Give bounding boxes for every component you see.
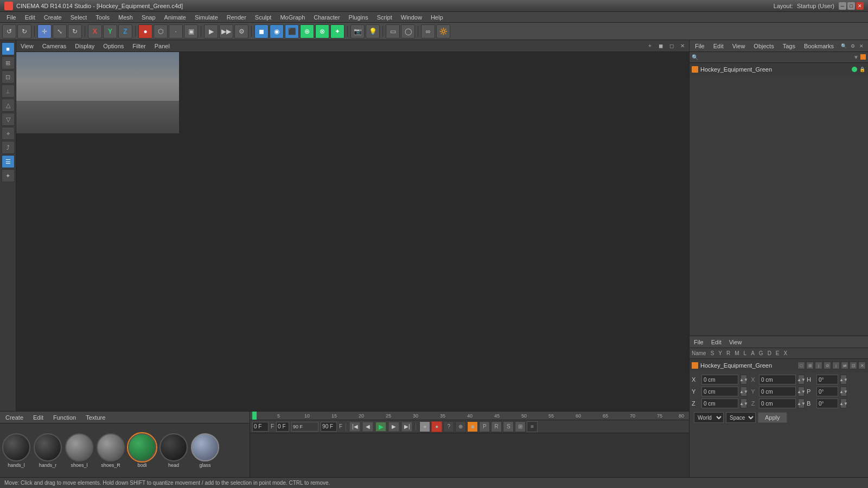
space-select[interactable]: Space bbox=[726, 412, 756, 423]
hair-btn[interactable]: 🔆 bbox=[436, 24, 450, 38]
pyramid2-side-btn[interactable]: ▽ bbox=[2, 113, 15, 126]
grid-side-btn[interactable]: ⊞ bbox=[2, 56, 15, 69]
coord-z-input[interactable] bbox=[701, 399, 738, 408]
mat-menu-edit[interactable]: Edit bbox=[30, 414, 47, 421]
attr-menu-file[interactable]: File bbox=[692, 338, 706, 346]
attr-icon-x[interactable]: ✕ bbox=[858, 362, 866, 369]
magnet-btn[interactable]: ∞ bbox=[421, 24, 435, 38]
object-mode-side-btn[interactable]: ■ bbox=[2, 42, 15, 55]
attr-menu-view[interactable]: View bbox=[727, 338, 744, 346]
rotate-tool-button[interactable]: ↻ bbox=[68, 24, 82, 38]
coord-y-spin[interactable]: ▲▼ bbox=[741, 387, 747, 396]
attr-icon-1[interactable]: □ bbox=[797, 362, 805, 369]
coord-y2-spin[interactable]: ▲▼ bbox=[798, 387, 805, 396]
help-btn[interactable]: ? bbox=[443, 421, 454, 432]
light-btn[interactable]: 💡 bbox=[366, 24, 380, 38]
tag-side-btn[interactable]: ✦ bbox=[2, 169, 15, 182]
keyframe-scl-btn[interactable]: S bbox=[503, 421, 514, 432]
coord-y2-input[interactable] bbox=[759, 387, 796, 396]
vp-menu-cameras[interactable]: Cameras bbox=[40, 42, 69, 50]
object-mode-btn[interactable]: ● bbox=[138, 24, 152, 38]
coord-b-input[interactable] bbox=[816, 399, 838, 408]
sky-btn[interactable]: ◯ bbox=[401, 24, 415, 38]
close-button[interactable]: ✕ bbox=[856, 2, 864, 10]
obj-visibility-dot[interactable] bbox=[852, 67, 857, 72]
render-btn[interactable]: ▶▶ bbox=[219, 24, 233, 38]
material-item-glass[interactable]: glass bbox=[191, 433, 219, 468]
array-btn[interactable]: ✦ bbox=[330, 24, 344, 38]
coord-h-spin[interactable]: ▲▼ bbox=[840, 375, 847, 384]
keyframe-pos-btn[interactable]: P bbox=[479, 421, 490, 432]
lasso-side-btn[interactable]: ⌖ bbox=[2, 127, 15, 140]
timeline-tracks[interactable] bbox=[250, 433, 689, 477]
material-sphere-shoes-r[interactable] bbox=[97, 433, 125, 461]
pyramid-side-btn[interactable]: △ bbox=[2, 99, 15, 112]
menu-animate[interactable]: Animate bbox=[160, 13, 190, 22]
undo-button[interactable]: ↺ bbox=[2, 24, 16, 38]
frame-current-input[interactable] bbox=[276, 422, 289, 432]
apply-button[interactable]: Apply bbox=[758, 412, 787, 423]
camera-btn[interactable]: 📷 bbox=[350, 24, 365, 38]
material-item-shoes-l[interactable]: shoes_l bbox=[65, 433, 93, 468]
coord-h-input[interactable] bbox=[816, 375, 838, 384]
menu-character[interactable]: Character bbox=[309, 13, 344, 22]
world-space-select[interactable]: World Object bbox=[694, 412, 724, 423]
record-btn[interactable]: ● bbox=[431, 421, 442, 432]
redo-button[interactable]: ↻ bbox=[17, 24, 31, 38]
attr-icon-7[interactable]: ⊡ bbox=[850, 362, 857, 369]
object-sphere-btn[interactable]: ◉ bbox=[270, 24, 284, 38]
menu-help[interactable]: Help bbox=[426, 13, 448, 22]
menu-render[interactable]: Render bbox=[222, 13, 251, 22]
x-axis-btn[interactable]: X bbox=[88, 24, 102, 38]
timeline-playhead[interactable] bbox=[252, 412, 257, 420]
mat-menu-texture[interactable]: Texture bbox=[82, 414, 108, 421]
menu-edit[interactable]: Edit bbox=[21, 13, 40, 22]
menu-create[interactable]: Create bbox=[40, 13, 66, 22]
keyframe-prm-btn[interactable]: ⊞ bbox=[515, 421, 526, 432]
attr-icon-6[interactable]: ⇄ bbox=[841, 362, 848, 369]
frame-end-input[interactable] bbox=[321, 422, 337, 432]
step-forward-btn[interactable]: ▶ bbox=[388, 422, 399, 432]
coord-p-spin[interactable]: ▲▼ bbox=[840, 387, 847, 396]
texture-side-btn[interactable]: ⊡ bbox=[2, 70, 15, 84]
menu-script[interactable]: Script bbox=[373, 13, 397, 22]
y-axis-btn[interactable]: Y bbox=[103, 24, 117, 38]
menu-file[interactable]: File bbox=[2, 13, 21, 22]
polygon-mode-btn[interactable]: ▣ bbox=[184, 24, 198, 38]
obj-menu-bookmarks[interactable]: Bookmarks bbox=[802, 42, 836, 50]
obj-lock-icon[interactable]: 🔒 bbox=[858, 66, 866, 73]
vp-menu-display[interactable]: Display bbox=[73, 42, 97, 50]
material-sphere-hands-l[interactable] bbox=[2, 433, 30, 461]
attr-icon-2[interactable]: ⊞ bbox=[806, 362, 814, 369]
skip-to-start-btn[interactable]: |◀ bbox=[349, 422, 360, 432]
deformer-btn[interactable]: ⊗ bbox=[315, 24, 329, 38]
z-axis-btn[interactable]: Z bbox=[118, 24, 132, 38]
keyframe-add-btn[interactable]: ⊕ bbox=[455, 421, 466, 432]
maximize-button[interactable]: □ bbox=[847, 2, 855, 10]
timeline-ruler[interactable]: 0 5 10 15 20 25 30 35 40 45 50 55 60 65 bbox=[250, 412, 689, 420]
step-back-btn[interactable]: ◀ bbox=[362, 422, 373, 432]
coord-z2-spin[interactable]: ▲▼ bbox=[798, 399, 805, 408]
object-row[interactable]: Hockey_Equipment_Green 🔒 bbox=[690, 63, 868, 76]
autokey-btn[interactable]: ● bbox=[419, 421, 430, 432]
menu-simulate[interactable]: Simulate bbox=[190, 13, 222, 22]
object-cube-btn[interactable]: ◼ bbox=[254, 24, 269, 38]
attr-icon-3[interactable]: | bbox=[815, 362, 822, 369]
material-sphere-bodi[interactable] bbox=[128, 433, 156, 461]
coord-x-spin[interactable]: ▲▼ bbox=[741, 375, 747, 384]
coord-x2-input[interactable] bbox=[759, 375, 796, 384]
move-tool-button[interactable]: ✛ bbox=[37, 24, 52, 38]
material-item-shoes-r[interactable]: shoes_R bbox=[97, 433, 125, 468]
layer-side-btn[interactable]: ☰ bbox=[2, 155, 15, 168]
point-mode-btn[interactable]: · bbox=[169, 24, 183, 38]
obj-menu-file[interactable]: File bbox=[693, 42, 707, 50]
attr-icon-5[interactable]: | bbox=[832, 362, 840, 369]
material-item-head[interactable]: head bbox=[159, 433, 188, 468]
scale-tool-button[interactable]: ⤡ bbox=[53, 24, 67, 38]
coord-z-spin[interactable]: ▲▼ bbox=[741, 399, 747, 408]
material-sphere-hands-r[interactable] bbox=[34, 433, 62, 461]
menu-snap[interactable]: Snap bbox=[137, 13, 160, 22]
vp-icon-3[interactable]: ◻ bbox=[667, 42, 676, 50]
paint-side-btn[interactable]: ⤴ bbox=[2, 141, 15, 154]
timeline-view-btn[interactable]: ≡ bbox=[527, 421, 538, 432]
